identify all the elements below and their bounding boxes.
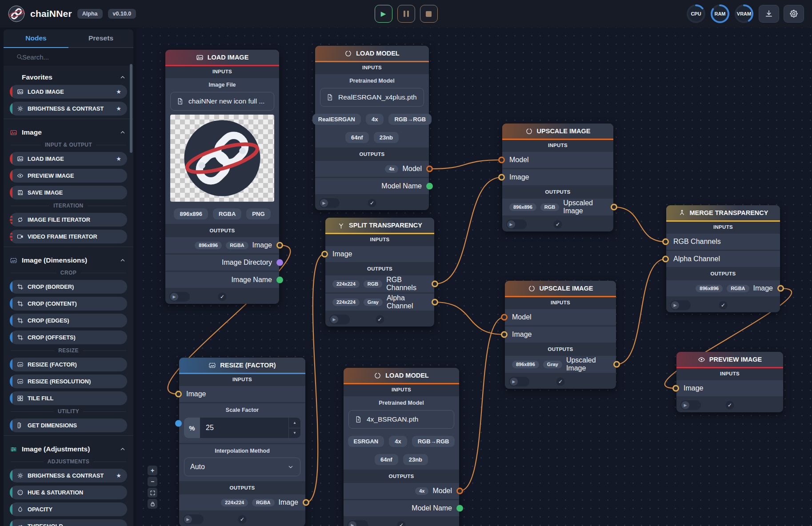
wire-upscale-2.out-to-merge-transparency.alpha[interactable] <box>617 259 666 364</box>
timer-toggle[interactable]: ▶ <box>319 198 340 208</box>
node-header[interactable]: PREVIEW IMAGE <box>676 352 783 367</box>
output-handle-name[interactable] <box>276 277 283 283</box>
output-handle-model[interactable] <box>426 166 433 172</box>
category-header-image[interactable]: Image <box>4 124 133 140</box>
input-handle-rgb[interactable] <box>662 239 669 245</box>
node-merge-transparency[interactable]: MERGE TRANSPARENCYINPUTSRGB ChannelsAlph… <box>666 205 780 312</box>
wire-resize-factor.out-to-split-transparency.image[interactable] <box>306 254 325 502</box>
sidebar-item-image-file-iterator[interactable]: IMAGE FILE ITERATOR <box>10 213 127 227</box>
node-header[interactable]: SPLIT TRANSPARENCY <box>325 218 434 233</box>
stop-button[interactable] <box>420 5 438 23</box>
node-upscale-1[interactable]: UPSCALE IMAGEINPUTSModelImageOUTPUTS896x… <box>502 124 613 231</box>
output-handle-out[interactable] <box>613 361 620 368</box>
sidebar-item-tile-fill[interactable]: TILE FILL <box>10 391 127 405</box>
spinner-up[interactable]: ▲ <box>289 418 300 428</box>
node-header[interactable]: LOAD IMAGE <box>165 50 279 65</box>
spinner-down[interactable]: ▼ <box>289 428 300 438</box>
sidebar-item-resize-factor[interactable]: RESIZE (FACTOR) <box>10 358 127 371</box>
output-handle-name[interactable] <box>426 183 433 190</box>
sidebar-item-resize-resolution[interactable]: RESIZE (RESOLUTION) <box>10 375 127 388</box>
fit-view-button[interactable] <box>148 488 157 498</box>
sidebar-item-crop-border[interactable]: CROP (BORDER) <box>10 280 127 294</box>
pause-button[interactable] <box>397 5 415 23</box>
sidebar-item-crop-offsets[interactable]: CROP (OFFSETS) <box>10 331 127 344</box>
sidebar-item-load-image[interactable]: LOAD IMAGE★ <box>10 152 127 166</box>
node-header[interactable]: UPSCALE IMAGE <box>502 124 613 139</box>
favorite-star-icon[interactable]: ★ <box>116 88 121 95</box>
category-header-image-dimensions-[interactable]: Image (Dimensions) <box>4 251 133 268</box>
sidebar-item-save-image[interactable]: SAVE IMAGE <box>10 186 127 199</box>
zoom-in-button[interactable]: + <box>148 466 157 475</box>
input-handle-image[interactable] <box>498 174 505 181</box>
sidebar-scrollbar[interactable] <box>130 64 132 153</box>
tab-presets[interactable]: Presets <box>68 29 133 47</box>
zoom-out-button[interactable]: − <box>148 477 157 486</box>
category-header-image-adjustments-[interactable]: Image (Adjustments) <box>4 440 133 457</box>
node-load-model-2[interactable]: LOAD MODELINPUTSPretrained Model4x_BSRGA… <box>344 368 459 526</box>
input-handle-image[interactable] <box>175 391 182 398</box>
output-handle-rgb[interactable] <box>432 281 438 287</box>
node-header[interactable]: MERGE TRANSPARENCY <box>666 205 780 220</box>
run-button[interactable]: ▶ <box>375 5 392 23</box>
node-header[interactable]: UPSCALE IMAGE <box>505 281 616 296</box>
timer-toggle[interactable]: ▶ <box>183 514 204 524</box>
node-split-transparency[interactable]: SPLIT TRANSPARENCYINPUTSImageOUTPUTS224x… <box>325 218 434 327</box>
favorite-star-icon[interactable]: ★ <box>116 155 121 162</box>
sidebar-item-brightness-contrast[interactable]: BRIGHTNESS & CONTRAST★ <box>10 469 127 482</box>
output-handle-image[interactable] <box>276 242 283 249</box>
download-button[interactable] <box>759 5 779 23</box>
output-handle-name[interactable] <box>456 505 463 512</box>
timer-toggle[interactable]: ▶ <box>670 300 691 310</box>
node-resize-factor[interactable]: RESIZE (FACTOR)INPUTSImageScale Factor%2… <box>179 358 305 526</box>
output-handle-out[interactable] <box>611 204 617 211</box>
output-handle-alpha[interactable] <box>432 299 438 306</box>
file-input[interactable]: RealESRGAN_x4plus.pth <box>320 88 424 107</box>
timer-toggle[interactable]: ▶ <box>680 400 701 410</box>
interpolation-select[interactable]: Auto <box>184 458 300 476</box>
sidebar-item-load-image[interactable]: LOAD IMAGE★ <box>10 85 127 99</box>
node-load-image[interactable]: LOAD IMAGEINPUTSImage FilechaiNNer new i… <box>165 50 279 304</box>
output-handle-out[interactable] <box>777 285 784 292</box>
input-handle-image[interactable] <box>321 251 328 258</box>
sidebar-item-crop-content[interactable]: CROP (CONTENT) <box>10 297 127 311</box>
sidebar-item-preview-image[interactable]: PREVIEW IMAGE <box>10 169 127 183</box>
wire-load-model-1.model-to-upscale-1.model[interactable] <box>430 160 502 169</box>
node-preview-image[interactable]: PREVIEW IMAGEINPUTSImage▶✓ <box>676 352 783 412</box>
sidebar-item-threshold[interactable]: THRESHOLD <box>10 519 127 526</box>
output-handle-dir[interactable] <box>276 259 283 266</box>
timer-toggle[interactable]: ▶ <box>169 292 190 302</box>
node-header[interactable]: RESIZE (FACTOR) <box>179 358 305 373</box>
node-load-model-1[interactable]: LOAD MODELINPUTSPretrained ModelRealESRG… <box>315 46 429 210</box>
input-handle-model[interactable] <box>498 157 505 163</box>
timer-toggle[interactable]: ▶ <box>329 315 350 324</box>
input-handle-image[interactable] <box>672 385 679 392</box>
input-handle-scale[interactable] <box>175 420 182 426</box>
wire-split-transparency.alpha-to-upscale-2.image[interactable] <box>435 302 504 335</box>
input-handle-alpha[interactable] <box>662 256 669 263</box>
sidebar-item-get-dimensions[interactable]: GET DIMENSIONS <box>10 418 127 432</box>
number-input[interactable]: %25▲▼ <box>184 418 300 438</box>
sidebar-item-video-frame-iterator[interactable]: VIDEO FRAME ITERATOR <box>10 230 127 243</box>
tab-nodes[interactable]: Nodes <box>4 29 68 47</box>
sidebar-item-crop-edges[interactable]: CROP (EDGES) <box>10 314 127 327</box>
settings-button[interactable] <box>784 5 804 23</box>
input-handle-image[interactable] <box>501 331 508 338</box>
timer-toggle[interactable]: ▶ <box>348 520 368 526</box>
category-header-favorites[interactable]: Favorites <box>4 68 133 85</box>
output-handle-out[interactable] <box>303 499 309 506</box>
lock-button[interactable] <box>148 499 157 509</box>
sidebar-item-brightness-contrast[interactable]: BRIGHTNESS & CONTRAST★ <box>10 102 127 116</box>
sidebar-item-opacity[interactable]: OPACITY <box>10 502 127 516</box>
file-input[interactable]: chaiNNer new icon full ... <box>170 92 274 111</box>
flow-canvas[interactable]: +− LOAD IMAGEINPUTSImage FilechaiNNer ne… <box>136 28 812 526</box>
node-header[interactable]: LOAD MODEL <box>315 46 429 61</box>
number-value[interactable]: 25 <box>200 418 288 438</box>
sidebar-item-hue-saturation[interactable]: HUE & SATURATION <box>10 486 127 499</box>
timer-toggle[interactable]: ▶ <box>506 219 527 229</box>
timer-toggle[interactable]: ▶ <box>509 377 529 387</box>
output-handle-model[interactable] <box>456 488 463 494</box>
wire-upscale-1.out-to-merge-transparency.rgb[interactable] <box>614 207 666 242</box>
favorite-star-icon[interactable]: ★ <box>116 105 121 112</box>
wire-split-transparency.rgb-to-upscale-1.image[interactable] <box>435 177 502 284</box>
wire-load-model-2.model-to-upscale-2.model[interactable] <box>460 317 504 491</box>
